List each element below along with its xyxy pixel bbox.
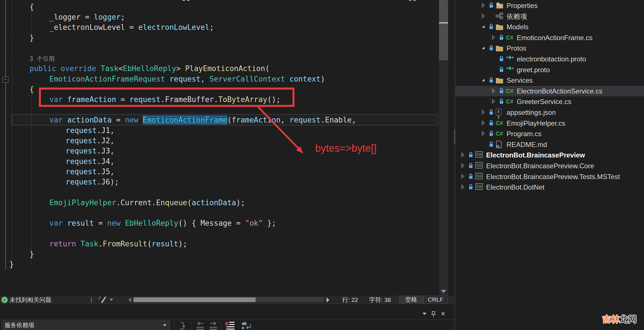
editor-vertical-scrollbar[interactable] [439,0,448,296]
navigate-icon[interactable] [178,321,187,330]
navigate-forward-icon[interactable] [208,321,218,330]
chevron-collapsed-icon[interactable] [481,121,486,125]
proto-file-icon [506,55,514,60]
highlighted-symbol[interactable]: EmoticonActionFrame [143,116,227,124]
tree-item-Services[interactable]: Services [455,75,644,86]
tree-item--[interactable]: 依赖项 [455,11,644,22]
hscroll-right-arrow-icon[interactable] [327,297,329,302]
statusbar-separator [91,297,92,302]
word-wrap-icon[interactable]: ab c [241,321,253,330]
codelens-references[interactable]: 3 个引用 [30,55,55,63]
lock-icon [499,56,504,62]
tree-item-label: ElectronBot.BraincasePreview [486,151,585,159]
code-line: request.J2, [66,136,114,146]
service-dependencies-dropdown[interactable]: 服务依赖项 [1,320,170,330]
clipped-code-fragment: gg [182,0,191,1]
lock-icon [489,120,494,126]
code-line: } [30,249,34,259]
lock-icon [489,45,494,51]
chevron-expanded-icon[interactable] [481,45,486,50]
lock-icon [499,98,504,104]
code-line: return Task.FromResult(result); [49,239,187,249]
navigate-back-icon[interactable] [195,321,205,330]
close-icon[interactable]: ✕ [441,310,446,317]
chevron-collapsed-icon[interactable] [481,131,486,136]
solution-explorer[interactable]: Properties依赖项ModelsC#EmoticonActionFrame… [455,0,644,330]
line-ending-toggle[interactable]: CRLF [423,296,448,303]
tree-item-ElectronBot.BraincasePreview.Tests.MSTest[interactable]: C#ElectronBot.BraincasePreview.Tests.MST… [455,171,644,182]
tree-item-label: appsettings.json [507,108,556,117]
chevron-expanded-icon[interactable] [481,24,486,29]
tree-item-label: ElectronBot.BraincasePreview.Tests.MSTes… [486,173,620,181]
code-cleanup-dropdown-icon[interactable] [109,299,113,301]
chevron-collapsed-icon[interactable] [481,110,486,115]
tree-item-EmojiPlayHelper.cs[interactable]: C#EmojiPlayHelper.cs [455,118,644,128]
chevron-down-icon [163,324,166,326]
scrollbar-thumb[interactable] [133,297,256,302]
indent-guide [31,87,32,264]
tree-item-label: Program.cs [507,130,541,138]
toolbar-separator [191,321,191,330]
panel-expand-icon[interactable] [423,313,426,315]
chevron-collapsed-icon[interactable] [461,163,465,168]
tree-item-ElectronBot.DotNet[interactable]: C#ElectronBot.DotNet [455,182,644,192]
tree-item-greet.proto[interactable]: greet.proto [455,65,644,75]
tree-item-GreeterService.cs[interactable]: C#GreeterService.cs [455,96,644,107]
tree-item-Protos[interactable]: Protos [455,43,644,53]
chevron-collapsed-icon[interactable] [481,14,486,18]
chevron-collapsed-icon[interactable] [491,88,496,93]
lock-icon [469,184,473,190]
tree-item-label: ElectronBotActionService.cs [517,87,602,96]
tree-item-README.md[interactable]: M↓README.md [455,139,644,150]
tree-item-Properties[interactable]: Properties [455,0,644,11]
csharp-project-icon: C# [475,173,483,179]
tree-item-ElectronBot.BraincasePreview.Core[interactable]: C#ElectronBot.BraincasePreview.Core [455,161,644,171]
toolbar-separator [221,321,221,330]
chevron-collapsed-icon[interactable] [481,3,486,8]
tree-item-label: Protos [507,44,526,53]
chevron-collapsed-icon[interactable] [491,35,496,40]
proto-file-icon [506,66,514,70]
pin-icon[interactable] [430,311,437,318]
fold-collapse-toggle[interactable]: − [3,77,9,83]
code-line: { [30,84,34,94]
tree-item-ElectronBotActionService.cs[interactable]: C#ElectronBotActionService.cs [455,86,644,96]
csharp-file-icon: C# [496,130,503,137]
csharp-file-icon: C# [506,34,513,41]
tree-item-label: ElectronBot.DotNet [486,183,544,192]
scrollbar-thumb[interactable] [439,0,448,60]
code-line: var actionData = new EmoticonActionFrame… [49,115,356,125]
hscroll-left-arrow-icon[interactable] [128,297,131,302]
tree-item-electronbotaction.proto[interactable]: electronbotaction.proto [455,54,644,64]
scroll-down-arrow-icon[interactable] [441,290,446,293]
tree-item-Models[interactable]: Models [455,22,644,32]
chevron-collapsed-icon[interactable] [491,99,496,104]
code-editor[interactable]: ggggl {_logger = logger;_electronLowLeve… [0,0,454,296]
lock-icon [489,2,494,8]
csharp-file-icon: C# [496,120,503,126]
indentation-toggle[interactable]: 空格 [399,296,423,303]
tree-item-EmoticonActionFrame.cs[interactable]: C#EmoticonActionFrame.cs [455,32,644,43]
code-line: } [30,33,34,43]
tree-item-appsettings.json[interactable]: { }appsettings.json [455,107,644,118]
clipped-code-fragment: l [427,0,431,1]
chevron-collapsed-icon[interactable] [461,184,465,189]
csharp-file-icon: C# [506,88,513,94]
code-line: var result = new EbHelloReply() { Messag… [49,218,276,228]
code-cleanup-icon[interactable] [97,296,107,304]
line-number-indicator[interactable]: 行: 22 [342,296,358,304]
lock-icon [489,109,494,115]
chevron-expanded-icon[interactable] [481,78,486,82]
clear-list-icon[interactable] [224,321,235,330]
svg-text:M↓: M↓ [497,145,500,148]
tree-item-ElectronBot.BraincasePreview[interactable]: C#ElectronBot.BraincasePreview [455,150,644,160]
column-indicator[interactable]: 字符: 38 [369,296,391,304]
code-line: request.J4, [66,156,114,167]
editor-horizontal-scrollbar[interactable] [133,297,324,302]
tree-item-Program.cs[interactable]: C#Program.cs [455,128,644,139]
chevron-collapsed-icon[interactable] [461,152,465,157]
chevron-collapsed-icon[interactable] [461,174,465,179]
tree-item-label: Properties [507,1,538,10]
svg-text:c: c [242,325,244,330]
csharp-project-icon: C# [475,162,483,169]
